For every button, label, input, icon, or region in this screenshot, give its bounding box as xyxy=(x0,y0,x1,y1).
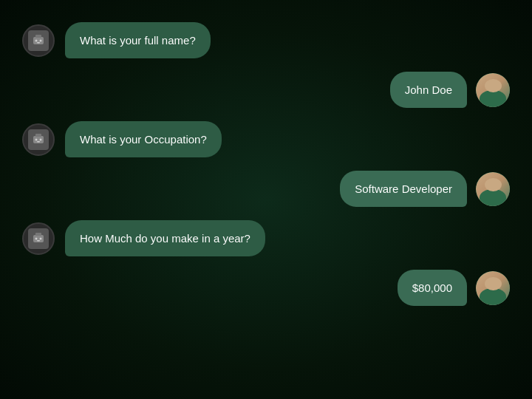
bot-avatar-icon-3 xyxy=(28,228,49,249)
svg-point-3 xyxy=(40,39,42,41)
bot-bubble-q3: How Much do you make in a year? xyxy=(65,220,265,256)
user-avatar-3 xyxy=(476,271,510,305)
bot-avatar-2 xyxy=(22,123,55,156)
svg-rect-11 xyxy=(35,233,41,236)
message-row-q1: What is your full name? xyxy=(22,22,510,58)
svg-point-8 xyxy=(40,138,42,140)
message-row-q2: What is your Occupation? xyxy=(22,121,510,157)
svg-point-7 xyxy=(35,138,38,140)
bot-avatar-3 xyxy=(22,222,55,255)
user-avatar-face-1 xyxy=(476,73,510,107)
message-row-a2: Software Developer xyxy=(22,171,510,207)
user-bubble-a1: John Doe xyxy=(390,72,467,108)
user-avatar-face-3 xyxy=(476,271,510,305)
user-message-text-a1: John Doe xyxy=(405,83,452,96)
bot-message-text-q2: What is your Occupation? xyxy=(80,133,207,146)
message-row-a1: John Doe xyxy=(22,72,510,108)
bot-avatar-icon-2 xyxy=(28,129,49,150)
bot-avatar-1 xyxy=(22,24,55,57)
bot-bubble-q1: What is your full name? xyxy=(65,22,211,58)
bot-message-text-q3: How Much do you make in a year? xyxy=(80,232,250,245)
message-row-a3: $80,000 xyxy=(22,270,510,306)
user-message-text-a2: Software Developer xyxy=(355,183,452,195)
chat-container: What is your full name? John Doe W xyxy=(0,15,532,313)
svg-rect-1 xyxy=(35,35,41,38)
svg-point-2 xyxy=(35,39,38,41)
svg-point-13 xyxy=(40,237,42,239)
svg-rect-14 xyxy=(37,240,40,242)
user-message-text-a3: $80,000 xyxy=(412,282,452,294)
bot-bubble-q2: What is your Occupation? xyxy=(65,121,222,157)
user-avatar-face-2 xyxy=(476,172,510,206)
bot-avatar-icon-1 xyxy=(28,30,49,51)
user-avatar-1 xyxy=(476,73,510,107)
bot-message-text-q1: What is your full name? xyxy=(80,34,196,47)
svg-rect-9 xyxy=(37,141,40,143)
svg-rect-4 xyxy=(37,42,40,44)
user-bubble-a2: Software Developer xyxy=(340,171,467,207)
message-row-q3: How Much do you make in a year? xyxy=(22,220,510,256)
svg-point-12 xyxy=(35,237,38,239)
user-avatar-2 xyxy=(476,172,510,206)
user-bubble-a3: $80,000 xyxy=(398,270,467,306)
svg-rect-6 xyxy=(35,134,41,137)
